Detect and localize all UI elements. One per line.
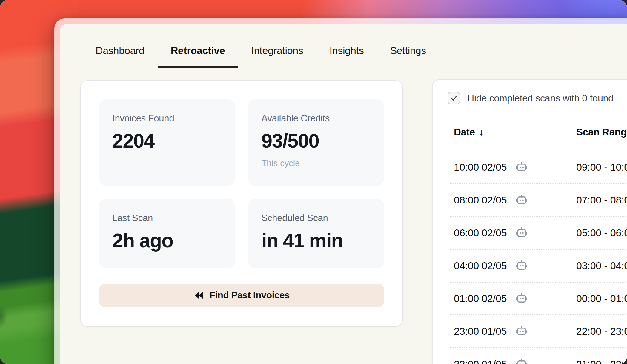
scans-panel: Hide completed scans with 0 found Date ↓…	[432, 79, 627, 364]
robot-icon	[514, 291, 529, 306]
scan-date-text: 01:00 02/05	[454, 293, 507, 304]
column-header-date[interactable]: Date ↓	[454, 127, 576, 138]
tab-bar: DashboardRetroactiveIntegrationsInsights…	[60, 24, 627, 68]
sort-desc-icon: ↓	[479, 127, 484, 138]
robot-icon	[514, 357, 529, 364]
stat-tile-last-scan: Last Scan 2h ago	[99, 199, 235, 268]
table-row[interactable]: 06:00 02/05 05:00 - 06:00	[448, 217, 627, 250]
stat-value: 2h ago	[112, 230, 222, 251]
tab-integrations[interactable]: Integrations	[238, 33, 316, 68]
scan-date-cell: 10:00 02/05	[454, 160, 576, 175]
stat-value: in 41 min	[262, 230, 371, 251]
robot-icon	[514, 259, 529, 273]
scan-date-text: 04:00 02/05	[454, 260, 507, 272]
scan-range-cell: 03:00 - 04:00	[576, 260, 627, 272]
column-header-scan-range[interactable]: Scan Range	[576, 127, 627, 138]
scan-range-cell: 22:00 - 23:00	[576, 326, 627, 337]
table-row[interactable]: 08:00 02/05 07:00 - 08:00	[448, 184, 627, 217]
stat-value: 2204	[112, 130, 222, 151]
table-header-row: Date ↓ Scan Range	[448, 127, 627, 138]
table-row[interactable]: 10:00 02/05 09:00 - 10:00	[448, 151, 627, 184]
hide-completed-filter[interactable]: Hide completed scans with 0 found	[448, 92, 614, 104]
stat-tile-scheduled-scan: Scheduled Scan in 41 min	[248, 199, 384, 268]
tab-retroactive[interactable]: Retroactive	[158, 33, 238, 68]
robot-icon	[514, 324, 529, 339]
table-row[interactable]: 04:00 02/05 03:00 - 04:00	[448, 250, 627, 283]
stat-label: Scheduled Scan	[262, 213, 371, 223]
stat-tile-available-credits: Available Credits 93/500 This cycle	[248, 99, 384, 186]
app-window: DashboardRetroactiveIntegrationsInsights…	[54, 18, 627, 364]
hide-completed-filter-label: Hide completed scans with 0 found	[467, 93, 614, 104]
desktop-screen: DashboardRetroactiveIntegrationsInsights…	[0, 0, 627, 364]
scan-range-cell: 07:00 - 08:00	[576, 194, 627, 206]
checkbox-checked-icon[interactable]	[448, 92, 460, 104]
column-header-date-label: Date	[454, 127, 475, 138]
tab-settings[interactable]: Settings	[377, 33, 439, 68]
scan-date-cell: 04:00 02/05	[454, 259, 576, 273]
scan-date-cell: 06:00 02/05	[454, 226, 576, 240]
robot-icon	[514, 193, 529, 207]
scan-date-text: 10:00 02/05	[454, 161, 507, 173]
scan-date-text: 23:00 01/05	[454, 326, 507, 337]
stat-label: Available Credits	[262, 113, 371, 124]
table-row[interactable]: 23:00 01/05 22:00 - 23:00	[448, 315, 627, 348]
scan-date-cell: 08:00 02/05	[454, 193, 576, 207]
stat-value: 93/500	[262, 130, 371, 151]
table-row[interactable]: 22:00 01/05 21:00 - 22:00	[448, 348, 627, 364]
robot-icon	[514, 160, 529, 175]
stat-label: Last Scan	[112, 213, 222, 223]
scan-range-cell: 21:00 - 22:00	[576, 358, 627, 364]
stat-tiles: Invoices Found 2204 Available Credits 93…	[99, 99, 384, 268]
scan-date-text: 22:00 01/05	[454, 358, 507, 364]
scan-range-cell: 09:00 - 10:00	[576, 161, 627, 173]
robot-icon	[514, 226, 529, 240]
find-past-invoices-button[interactable]: Find Past Invoices	[99, 284, 384, 307]
stat-tile-invoices-found: Invoices Found 2204	[99, 99, 235, 186]
scan-date-cell: 01:00 02/05	[454, 291, 576, 306]
tab-insights[interactable]: Insights	[316, 33, 377, 68]
scan-range-cell: 05:00 - 06:00	[576, 227, 627, 239]
scan-date-cell: 22:00 01/05	[454, 357, 576, 364]
tab-dashboard[interactable]: Dashboard	[82, 33, 158, 68]
table-row[interactable]: 01:00 02/05 00:00 - 01:00	[448, 283, 627, 315]
scan-rows: 10:00 02/05 09:00 - 10:00 08:00 02/05	[448, 151, 627, 364]
window-content: Invoices Found 2204 Available Credits 93…	[60, 68, 627, 364]
rewind-icon	[193, 290, 204, 301]
stats-card: Invoices Found 2204 Available Credits 93…	[80, 80, 403, 327]
find-past-invoices-label: Find Past Invoices	[210, 290, 290, 301]
stat-subtext: This cycle	[262, 158, 371, 168]
scan-date-text: 06:00 02/05	[454, 227, 507, 239]
stat-label: Invoices Found	[112, 113, 222, 124]
scan-date-text: 08:00 02/05	[454, 194, 507, 206]
scan-date-cell: 23:00 01/05	[454, 324, 576, 339]
scan-range-cell: 00:00 - 01:00	[576, 293, 627, 304]
